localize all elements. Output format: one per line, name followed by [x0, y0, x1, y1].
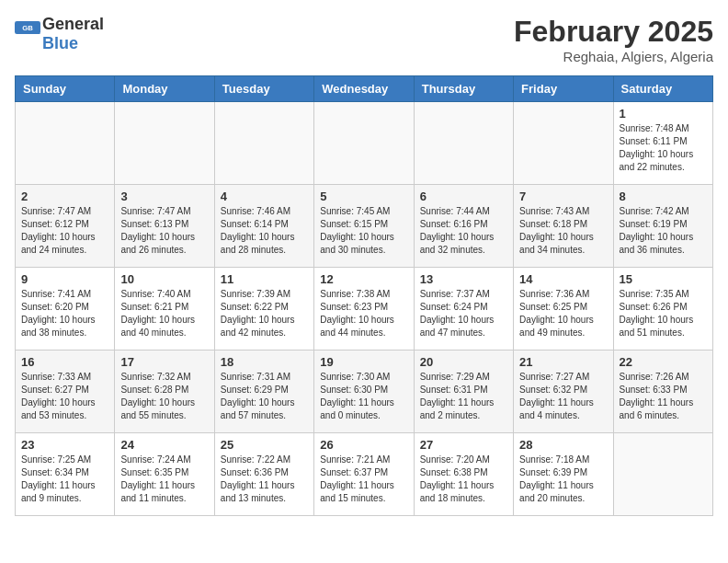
calendar-cell: 4Sunrise: 7:46 AM Sunset: 6:14 PM Daylig… — [214, 185, 313, 268]
calendar-cell: 21Sunrise: 7:27 AM Sunset: 6:32 PM Dayli… — [514, 350, 613, 433]
calendar-cell: 17Sunrise: 7:32 AM Sunset: 6:28 PM Dayli… — [115, 350, 214, 433]
calendar-week-3: 9Sunrise: 7:41 AM Sunset: 6:20 PM Daylig… — [16, 268, 713, 350]
day-info: Sunrise: 7:31 AM Sunset: 6:29 PM Dayligh… — [221, 371, 308, 422]
calendar-cell — [613, 433, 712, 516]
logo-blue: Blue — [42, 34, 78, 52]
location: Reghaia, Algiers, Algeria — [514, 49, 713, 64]
weekday-header-wednesday: Wednesday — [314, 76, 414, 102]
day-number: 1 — [620, 107, 707, 121]
day-number: 22 — [620, 355, 707, 369]
day-number: 10 — [120, 272, 208, 286]
day-info: Sunrise: 7:32 AM Sunset: 6:28 PM Dayligh… — [120, 371, 208, 422]
logo-general: General — [42, 15, 104, 33]
day-info: Sunrise: 7:45 AM Sunset: 6:15 PM Dayligh… — [320, 205, 407, 257]
svg-text:GB: GB — [22, 24, 33, 32]
calendar-cell: 26Sunrise: 7:21 AM Sunset: 6:37 PM Dayli… — [314, 433, 414, 516]
day-number: 15 — [620, 272, 707, 286]
day-info: Sunrise: 7:20 AM Sunset: 6:38 PM Dayligh… — [420, 454, 507, 505]
day-number: 12 — [320, 272, 407, 286]
calendar-week-4: 16Sunrise: 7:33 AM Sunset: 6:27 PM Dayli… — [16, 350, 713, 433]
day-number: 24 — [120, 438, 208, 452]
weekday-header-tuesday: Tuesday — [214, 76, 313, 102]
calendar-cell: 28Sunrise: 7:18 AM Sunset: 6:39 PM Dayli… — [514, 433, 613, 516]
day-info: Sunrise: 7:36 AM Sunset: 6:25 PM Dayligh… — [519, 288, 607, 339]
calendar-cell — [514, 102, 613, 185]
calendar-cell: 12Sunrise: 7:38 AM Sunset: 6:23 PM Dayli… — [314, 268, 414, 350]
day-number: 3 — [120, 190, 208, 203]
day-number: 2 — [21, 190, 108, 203]
weekday-header-saturday: Saturday — [613, 76, 712, 102]
calendar-cell: 13Sunrise: 7:37 AM Sunset: 6:24 PM Dayli… — [414, 268, 513, 350]
calendar-cell: 19Sunrise: 7:30 AM Sunset: 6:30 PM Dayli… — [314, 350, 414, 433]
calendar-cell: 14Sunrise: 7:36 AM Sunset: 6:25 PM Dayli… — [514, 268, 613, 350]
calendar-week-5: 23Sunrise: 7:25 AM Sunset: 6:34 PM Dayli… — [16, 433, 713, 516]
day-info: Sunrise: 7:22 AM Sunset: 6:36 PM Dayligh… — [221, 454, 308, 505]
day-info: Sunrise: 7:38 AM Sunset: 6:23 PM Dayligh… — [320, 288, 407, 339]
day-info: Sunrise: 7:24 AM Sunset: 6:35 PM Dayligh… — [120, 454, 208, 505]
day-info: Sunrise: 7:30 AM Sunset: 6:30 PM Dayligh… — [320, 371, 407, 422]
calendar-cell: 9Sunrise: 7:41 AM Sunset: 6:20 PM Daylig… — [16, 268, 115, 350]
weekday-header-friday: Friday — [514, 76, 613, 102]
calendar-cell — [16, 102, 115, 185]
day-number: 28 — [519, 438, 607, 452]
day-info: Sunrise: 7:47 AM Sunset: 6:12 PM Dayligh… — [21, 205, 108, 257]
day-number: 25 — [221, 438, 308, 452]
day-number: 14 — [519, 272, 607, 286]
calendar-cell — [314, 102, 414, 185]
day-info: Sunrise: 7:35 AM Sunset: 6:26 PM Dayligh… — [620, 288, 707, 339]
calendar-cell: 10Sunrise: 7:40 AM Sunset: 6:21 PM Dayli… — [115, 268, 214, 350]
calendar-cell: 25Sunrise: 7:22 AM Sunset: 6:36 PM Dayli… — [214, 433, 313, 516]
day-number: 21 — [519, 355, 607, 369]
day-info: Sunrise: 7:40 AM Sunset: 6:21 PM Dayligh… — [120, 288, 208, 339]
calendar-cell: 6Sunrise: 7:44 AM Sunset: 6:16 PM Daylig… — [414, 185, 513, 268]
day-number: 7 — [519, 190, 607, 203]
weekday-header-row: SundayMondayTuesdayWednesdayThursdayFrid… — [16, 76, 713, 102]
calendar-week-1: 1Sunrise: 7:48 AM Sunset: 6:11 PM Daylig… — [16, 102, 713, 185]
day-info: Sunrise: 7:39 AM Sunset: 6:22 PM Dayligh… — [221, 288, 308, 339]
logo-icon: GB — [15, 21, 40, 47]
day-number: 8 — [620, 190, 707, 203]
day-number: 4 — [221, 190, 308, 203]
page-header: GB General Blue February 2025 Reghaia, A… — [15, 15, 713, 64]
calendar-cell: 27Sunrise: 7:20 AM Sunset: 6:38 PM Dayli… — [414, 433, 513, 516]
day-number: 9 — [21, 272, 108, 286]
day-info: Sunrise: 7:46 AM Sunset: 6:14 PM Dayligh… — [221, 205, 308, 257]
day-info: Sunrise: 7:21 AM Sunset: 6:37 PM Dayligh… — [320, 454, 407, 505]
calendar-cell: 24Sunrise: 7:24 AM Sunset: 6:35 PM Dayli… — [115, 433, 214, 516]
day-number: 26 — [320, 438, 407, 452]
day-info: Sunrise: 7:26 AM Sunset: 6:33 PM Dayligh… — [620, 371, 707, 422]
title-block: February 2025 Reghaia, Algiers, Algeria — [514, 15, 713, 64]
day-number: 6 — [420, 190, 507, 203]
calendar-cell: 3Sunrise: 7:47 AM Sunset: 6:13 PM Daylig… — [115, 185, 214, 268]
day-number: 20 — [420, 355, 507, 369]
calendar-week-2: 2Sunrise: 7:47 AM Sunset: 6:12 PM Daylig… — [16, 185, 713, 268]
weekday-header-monday: Monday — [115, 76, 214, 102]
day-number: 19 — [320, 355, 407, 369]
calendar-cell: 5Sunrise: 7:45 AM Sunset: 6:15 PM Daylig… — [314, 185, 414, 268]
calendar-cell: 22Sunrise: 7:26 AM Sunset: 6:33 PM Dayli… — [613, 350, 712, 433]
day-info: Sunrise: 7:42 AM Sunset: 6:19 PM Dayligh… — [620, 205, 707, 257]
day-info: Sunrise: 7:18 AM Sunset: 6:39 PM Dayligh… — [519, 454, 607, 505]
calendar-cell: 18Sunrise: 7:31 AM Sunset: 6:29 PM Dayli… — [214, 350, 313, 433]
calendar-cell — [414, 102, 513, 185]
calendar-cell — [115, 102, 214, 185]
day-info: Sunrise: 7:44 AM Sunset: 6:16 PM Dayligh… — [420, 205, 507, 257]
weekday-header-sunday: Sunday — [16, 76, 115, 102]
day-info: Sunrise: 7:29 AM Sunset: 6:31 PM Dayligh… — [420, 371, 507, 422]
day-info: Sunrise: 7:47 AM Sunset: 6:13 PM Dayligh… — [120, 205, 208, 257]
day-info: Sunrise: 7:37 AM Sunset: 6:24 PM Dayligh… — [420, 288, 507, 339]
day-number: 23 — [21, 438, 108, 452]
day-info: Sunrise: 7:48 AM Sunset: 6:11 PM Dayligh… — [620, 122, 707, 174]
day-info: Sunrise: 7:41 AM Sunset: 6:20 PM Dayligh… — [21, 288, 108, 339]
day-info: Sunrise: 7:25 AM Sunset: 6:34 PM Dayligh… — [21, 454, 108, 505]
day-number: 11 — [221, 272, 308, 286]
day-info: Sunrise: 7:27 AM Sunset: 6:32 PM Dayligh… — [519, 371, 607, 422]
logo: GB General Blue — [15, 15, 104, 53]
day-number: 13 — [420, 272, 507, 286]
month-title: February 2025 — [514, 15, 713, 49]
calendar-cell: 8Sunrise: 7:42 AM Sunset: 6:19 PM Daylig… — [613, 185, 712, 268]
day-info: Sunrise: 7:43 AM Sunset: 6:18 PM Dayligh… — [519, 205, 607, 257]
calendar-cell: 20Sunrise: 7:29 AM Sunset: 6:31 PM Dayli… — [414, 350, 513, 433]
calendar-table: SundayMondayTuesdayWednesdayThursdayFrid… — [15, 75, 713, 516]
weekday-header-thursday: Thursday — [414, 76, 513, 102]
